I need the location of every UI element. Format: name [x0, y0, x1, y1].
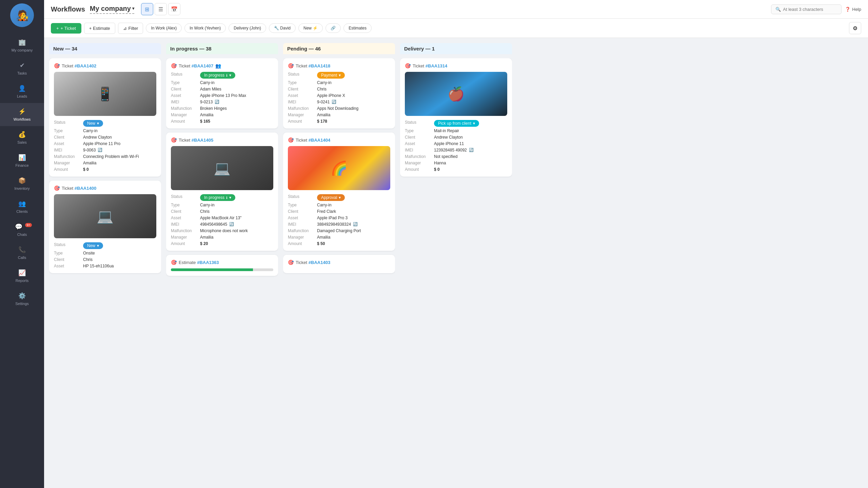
client-label: Client: [171, 87, 198, 92]
client-field: Client Andrew Clayton: [405, 135, 507, 140]
asset-label: Asset: [288, 93, 315, 98]
client-label: Client: [288, 209, 315, 214]
status-badge[interactable]: Pick up from client ▾: [434, 120, 479, 127]
filter-chip-alex[interactable]: In Work (Alex): [146, 23, 182, 33]
ticket-link-baa1400[interactable]: #BAA1400: [75, 186, 96, 191]
calendar-view-button[interactable]: 📅: [168, 3, 180, 15]
sidebar-item-workflows[interactable]: ⚡ Workflows: [0, 103, 44, 126]
filter-chip-estimates[interactable]: Estimates: [343, 23, 372, 33]
copy-icon[interactable]: 🔄: [469, 148, 474, 152]
card-title: Estimate #BAA1363: [179, 260, 219, 265]
search-box[interactable]: 🔍: [771, 4, 842, 14]
filter-icon: ⊿: [123, 26, 127, 31]
imei-value: 9-0213: [200, 100, 213, 104]
ticket-link-baa1314[interactable]: #BAA1314: [426, 63, 447, 68]
asset-label: Asset: [54, 264, 81, 268]
ticket-icon: 🎯: [288, 260, 294, 265]
ticket-card-baa1403[interactable]: 🎯 Ticket #BAA1403: [283, 255, 395, 273]
card-title: Ticket #BAA1404: [296, 138, 330, 143]
chats-badge: 9+: [25, 223, 32, 227]
sidebar-item-calls[interactable]: 📞 Calls: [0, 241, 44, 264]
sidebar-item-chats[interactable]: 💬9+ Chats: [0, 218, 44, 241]
ticket-icon: 🎯: [405, 63, 411, 68]
sidebar-item-finance[interactable]: 📊 Finance: [0, 149, 44, 172]
filter-button[interactable]: ⊿ Filter: [118, 23, 143, 34]
status-badge[interactable]: New ▾: [83, 120, 103, 127]
filter-chip-link[interactable]: 🔗: [326, 23, 341, 33]
asset-value: Apple iPhone X: [317, 93, 345, 98]
sidebar-item-sales[interactable]: 💰 Sales: [0, 126, 44, 149]
ticket-link-baa1404[interactable]: #BAA1404: [309, 138, 330, 143]
copy-icon[interactable]: 🔄: [229, 222, 234, 227]
asset-label: Asset: [54, 141, 81, 146]
ticket-link-baa1405[interactable]: #BAA1405: [192, 138, 213, 143]
card-fields: Status New ▾ Type Onsite Client: [54, 242, 156, 268]
status-badge[interactable]: Approval ▾: [317, 194, 345, 201]
table-view-button[interactable]: ☰: [155, 3, 167, 15]
status-badge[interactable]: Payment ▾: [317, 72, 345, 79]
kanban-view-button[interactable]: ⊞: [141, 3, 153, 15]
new-estimate-button[interactable]: + Estimate: [84, 23, 115, 34]
sidebar-item-settings[interactable]: ⚙️ Settings: [0, 287, 44, 310]
estimate-link-baa1363[interactable]: #BAA1363: [197, 260, 219, 265]
ticket-card-baa1418[interactable]: 🎯 Ticket #BAA1418 Status Payment ▾: [283, 58, 395, 128]
status-badge[interactable]: New ▾: [83, 242, 103, 249]
tasks-icon: ✔: [20, 62, 25, 69]
ticket-link-baa1402[interactable]: #BAA1402: [75, 63, 96, 68]
sidebar-item-leads[interactable]: 👤 Leads: [0, 80, 44, 103]
sidebar-item-reports[interactable]: 📈 Reports: [0, 264, 44, 287]
asset-label: Asset: [405, 141, 432, 146]
ticket-card-baa1407[interactable]: 🎯 Ticket #BAA1407 👥 Status In progress ℹ: [166, 58, 278, 128]
sidebar-label-workflows: Workflows: [14, 117, 31, 121]
estimate-card-baa1363[interactable]: 🎯 Estimate #BAA1363: [166, 255, 278, 276]
asset-field: Asset Apple iPad Pro 3: [288, 216, 390, 220]
ticket-card-baa1402[interactable]: 🎯 Ticket #BAA1402 📱 Status New ▾: [49, 58, 161, 177]
imei-field: IMEI 388492984938324 🔄: [288, 222, 390, 227]
sidebar-item-tasks[interactable]: ✔ Tasks: [0, 57, 44, 80]
sidebar-label-settings: Settings: [15, 302, 29, 306]
sidebar-item-my-company[interactable]: 🏢 My company: [0, 34, 44, 57]
copy-icon[interactable]: 🔄: [98, 148, 102, 152]
company-selector[interactable]: My company ▾: [90, 5, 134, 14]
manager-label: Manager: [405, 161, 432, 165]
copy-icon[interactable]: 🔄: [332, 100, 336, 104]
kanban-board: New — 34 🎯 Ticket #BAA1402 📱 Status: [44, 38, 868, 488]
card-fields: Status In progress ℹ ▾ Type Carry-in: [171, 194, 273, 246]
ticket-link-baa1407[interactable]: #BAA1407: [192, 63, 213, 68]
ticket-card-baa1400[interactable]: 🎯 Ticket #BAA1400 💻 Status New ▾: [49, 181, 161, 273]
client-field: Client Chris: [171, 209, 273, 214]
ticket-link-baa1418[interactable]: #BAA1418: [309, 63, 330, 68]
search-input[interactable]: [783, 7, 837, 12]
card-title: Ticket #BAA1403: [296, 260, 330, 265]
ticket-card-baa1405[interactable]: 🎯 Ticket #BAA1405 💻 Status In progress ℹ: [166, 133, 278, 251]
col-header-pending: Pending — 46: [283, 43, 395, 54]
chip-new-label: New ⚡: [303, 26, 318, 30]
filter-chip-john[interactable]: Delivery (John): [229, 23, 266, 33]
status-badge[interactable]: In progress ℹ ▾: [200, 72, 235, 79]
malfunction-value: Connecting Problem with Wi-Fi: [83, 154, 139, 159]
client-value: Chris: [200, 209, 210, 214]
status-badge[interactable]: In progress ℹ ▾: [200, 194, 235, 201]
copy-icon[interactable]: 🔄: [353, 222, 358, 227]
manager-value: Amaliia: [83, 161, 96, 165]
avatar[interactable]: 🧑‍🎤: [10, 3, 34, 27]
ticket-link-baa1403[interactable]: #BAA1403: [309, 260, 330, 265]
manager-value: Amaliia: [317, 235, 330, 240]
help-button[interactable]: ❓ Help: [845, 7, 861, 12]
copy-icon[interactable]: 🔄: [215, 100, 219, 104]
filter-chip-new[interactable]: New ⚡: [298, 23, 323, 33]
dropdown-arrow-icon: ▾: [97, 121, 99, 126]
column-settings-button[interactable]: ⚙: [849, 22, 861, 34]
imei-value: 123928485 49092: [434, 148, 467, 152]
filter-chip-david[interactable]: 🔧 David: [269, 23, 296, 33]
card-header: 🎯 Ticket #BAA1402: [54, 63, 156, 68]
sidebar-item-inventory[interactable]: 📦 Inventory: [0, 172, 44, 195]
asset-value: HP 15-eh1106ua: [83, 264, 114, 268]
ticket-card-baa1404[interactable]: 🎯 Ticket #BAA1404 🌈 Status Approval ▾: [283, 133, 395, 251]
kanban-column-new: New — 34 🎯 Ticket #BAA1402 📱 Status: [49, 43, 161, 483]
imei-label: IMEI: [171, 222, 198, 227]
ticket-card-baa1314[interactable]: 🎯 Ticket #BAA1314 🍎 Status Pick up from …: [400, 58, 512, 177]
filter-chip-yevhen[interactable]: In Work (Yevhen): [184, 23, 226, 33]
sidebar-item-clients[interactable]: 👥 Clients: [0, 195, 44, 218]
new-ticket-button[interactable]: + + Ticket: [51, 23, 81, 34]
